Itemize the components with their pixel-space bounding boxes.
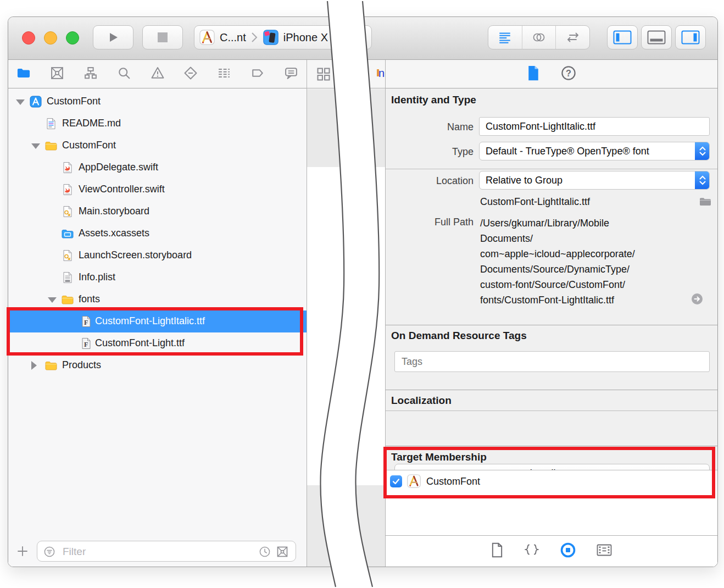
run-destination: iPhone X — [283, 31, 328, 44]
debug-navigator-tab[interactable] — [216, 65, 232, 83]
file-inspector-icon — [526, 65, 541, 81]
code-snippet-library-button[interactable] — [523, 542, 540, 560]
xcode-window: C...nt iPhone X — [8, 16, 718, 567]
target-name: CustomFont — [426, 476, 480, 487]
symbol-navigator-icon — [83, 65, 98, 81]
editor-debug-strip — [307, 485, 385, 567]
navigator-panel-toggle[interactable] — [607, 25, 638, 49]
scheme-selector[interactable]: C...nt iPhone X — [194, 25, 372, 49]
tree-item-launchscreen-storyboard[interactable]: LaunchScreen.storyboard — [8, 245, 307, 267]
report-navigator-tab[interactable] — [283, 65, 299, 83]
storyboard-scenes-icon[interactable] — [316, 66, 331, 82]
tree-item-info-plist[interactable]: Info.plist — [8, 267, 307, 289]
tree-item-fonts[interactable]: fonts — [8, 289, 307, 310]
filter-field[interactable] — [37, 541, 296, 562]
xcode-project-icon — [29, 95, 42, 108]
tree-item-assets-xcassets[interactable]: Assets.xcassets — [8, 223, 307, 245]
tree-item-viewcontroller-swift[interactable]: ViewController.swift — [8, 179, 307, 201]
toolbar: C...nt iPhone X — [8, 17, 717, 60]
name-field[interactable]: CustomFont-LightItalic.ttf — [479, 117, 710, 136]
inspector-panel-toggle[interactable] — [675, 25, 706, 49]
tree-item-label: CustomFont-LightItalic.ttf — [95, 315, 205, 327]
project-navigator-tab[interactable] — [16, 65, 31, 83]
plus-icon — [16, 545, 29, 558]
navigator-panel: CustomFontREADME.mdCustomFontAppDelegate… — [8, 60, 307, 567]
font-file-icon — [80, 337, 93, 350]
tree-item-customfont-light-ttf[interactable]: CustomFont-Light.ttf — [8, 332, 307, 354]
run-button[interactable] — [93, 25, 133, 49]
disclosure-triangle-icon[interactable] — [31, 361, 37, 370]
file-template-library-button[interactable] — [491, 542, 504, 560]
disclosure-triangle-icon[interactable] — [16, 99, 25, 105]
readme-doc-icon — [44, 117, 58, 130]
tree-item-customfont[interactable]: CustomFont — [8, 91, 307, 113]
open-path-arrow-icon[interactable] — [691, 293, 703, 305]
source-control-navigator-tab[interactable] — [49, 65, 65, 83]
disclosure-triangle-icon[interactable] — [48, 297, 57, 303]
inspector-panel-icon — [681, 30, 700, 45]
help-icon: ? — [560, 65, 577, 81]
test-navigator-icon — [183, 65, 198, 81]
asset-catalog-icon — [61, 227, 74, 240]
target-checkbox[interactable] — [390, 475, 402, 487]
test-navigator-tab[interactable] — [183, 65, 198, 83]
tree-item-appdelegate-swift[interactable]: AppDelegate.swift — [8, 157, 307, 179]
library-bar — [386, 535, 717, 567]
editor-canvas-top — [307, 89, 385, 167]
tree-item-customfont-lightitalic-ttf[interactable]: CustomFont-LightItalic.ttf — [8, 310, 307, 332]
object-library-target-icon — [560, 542, 576, 558]
checkmark-icon — [392, 477, 400, 486]
show-in-finder-folder-icon[interactable] — [699, 195, 712, 208]
tags-field[interactable] — [394, 351, 710, 372]
zoom-window-button[interactable] — [66, 31, 79, 45]
recent-files-clock-icon[interactable] — [258, 545, 271, 558]
file-inspector-tab[interactable] — [526, 65, 541, 84]
find-navigator-tab[interactable] — [116, 65, 132, 83]
symbol-navigator-tab[interactable] — [83, 65, 98, 83]
minimize-window-button[interactable] — [44, 31, 57, 45]
location-value: Relative to Group — [486, 175, 563, 186]
storyboard-file-icon — [61, 249, 74, 262]
standard-editor-icon — [498, 30, 512, 45]
debug-panel-toggle[interactable] — [641, 25, 672, 49]
target-membership-section-title: Target Membership — [391, 451, 487, 463]
close-window-button[interactable] — [22, 31, 35, 45]
location-file-name: CustomFont-LightItalic.ttf — [480, 196, 590, 208]
source-control-navigator-icon — [49, 65, 65, 81]
standard-editor-button[interactable] — [488, 26, 522, 49]
type-label: Type — [391, 146, 474, 158]
tree-item-main-storyboard[interactable]: Main.storyboard — [8, 201, 307, 223]
filter-input[interactable] — [62, 543, 245, 561]
breakpoint-navigator-tab[interactable] — [250, 65, 265, 83]
tree-item-readme-md[interactable]: README.md — [8, 113, 307, 135]
disclosure-triangle-icon[interactable] — [31, 143, 40, 149]
xcode-project-icon — [199, 29, 215, 46]
editor-area: n — [307, 60, 386, 567]
project-navigator-icon — [16, 65, 31, 81]
issue-navigator-tab[interactable] — [150, 65, 165, 83]
font-file-icon — [80, 315, 93, 328]
navigator-filter-bar — [8, 541, 307, 567]
location-popup[interactable]: Relative to Group — [479, 171, 710, 190]
quick-help-inspector-tab[interactable]: ? — [560, 65, 577, 84]
type-popup[interactable]: Default - TrueType® OpenType® font — [479, 142, 710, 160]
source-control-status-filter-icon[interactable] — [276, 545, 289, 558]
identity-section-title: Identity and Type — [391, 94, 476, 106]
tree-item-label: fonts — [79, 293, 100, 305]
folder-icon — [61, 293, 74, 306]
svg-text:?: ? — [566, 68, 571, 77]
plist-file-icon — [61, 271, 74, 284]
tree-item-customfont[interactable]: CustomFont — [8, 135, 307, 157]
tags-input[interactable] — [395, 351, 709, 372]
version-editor-button[interactable] — [556, 26, 589, 49]
media-library-button[interactable] — [596, 543, 612, 559]
tree-item-products[interactable]: Products — [8, 354, 307, 376]
issue-navigator-icon — [150, 65, 165, 81]
name-value: CustomFont-LightItalic.ttf — [486, 121, 595, 132]
stop-button[interactable] — [142, 25, 183, 49]
assistant-editor-button[interactable] — [522, 26, 556, 49]
add-file-button[interactable] — [16, 545, 29, 560]
version-editor-icon — [565, 30, 581, 45]
object-library-button[interactable] — [560, 542, 576, 561]
tree-item-label: Info.plist — [79, 271, 115, 283]
